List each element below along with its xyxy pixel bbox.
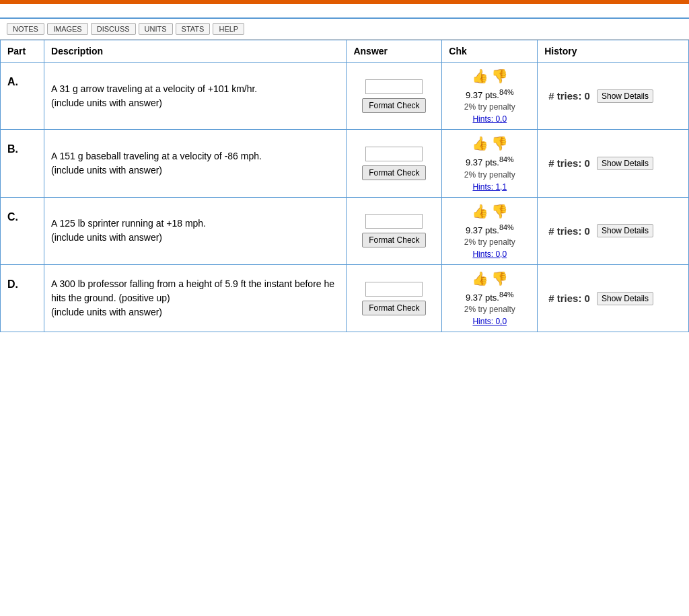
part-cell-0: A. <box>1 63 44 130</box>
show-details-button-2[interactable]: Show Details <box>597 224 653 237</box>
answer-input-2[interactable] <box>365 214 423 229</box>
chk-cell-1: 👍👎9.37 pts.84%2% try penaltyHints: 1,1 <box>442 130 538 197</box>
format-check-button-2[interactable]: Format Check <box>362 233 426 247</box>
part-cell-1: B. <box>1 130 44 197</box>
format-check-button-1[interactable]: Format Check <box>362 165 426 180</box>
table-row: D.A 300 lb professor falling from a heig… <box>1 264 689 332</box>
nav-btn-units[interactable]: UNITS <box>139 23 173 35</box>
history-cell-2: # tries: 0Show Details <box>538 197 689 264</box>
pts-row-0: 9.37 pts.84% <box>449 88 530 100</box>
hints-row-2[interactable]: Hints: 0,0 <box>449 249 530 259</box>
chk-cell-0: 👍👎9.37 pts.84%2% try penaltyHints: 0,0 <box>442 63 538 130</box>
table-row: A.A 31 g arrow traveling at a velocity o… <box>1 63 689 130</box>
tries-count-0: # tries: 0 <box>548 90 590 102</box>
table-row: B.A 151 g baseball traveling at a veloci… <box>1 130 689 197</box>
nav-btn-stats[interactable]: STATS <box>176 23 211 35</box>
thumbs-up-icon[interactable]: 👍 <box>472 68 488 84</box>
show-details-button-0[interactable]: Show Details <box>597 89 653 103</box>
desc-cell-3: A 300 lb professor falling from a height… <box>44 264 347 332</box>
history-cell-1: # tries: 0Show Details <box>538 130 689 197</box>
show-details-button-3[interactable]: Show Details <box>597 292 653 305</box>
col-header-answer: Answer <box>347 40 442 63</box>
hints-row-1[interactable]: Hints: 1,1 <box>449 182 530 192</box>
chk-cell-2: 👍👎9.37 pts.84%2% try penaltyHints: 0,0 <box>442 197 538 264</box>
answer-input-3[interactable] <box>365 282 423 297</box>
thumbs-down-icon[interactable]: 👎 <box>491 68 508 84</box>
col-header-part: Part <box>1 40 44 63</box>
format-check-button-0[interactable]: Format Check <box>362 98 426 113</box>
desc-cell-1: A 151 g baseball traveling at a velocity… <box>44 130 347 197</box>
penalty-row-2: 2% try penalty <box>449 237 530 247</box>
penalty-row-0: 2% try penalty <box>449 102 530 112</box>
col-header-history: History <box>538 40 689 63</box>
hints-row-3[interactable]: Hints: 0,0 <box>449 317 530 326</box>
answer-input-0[interactable] <box>365 79 423 94</box>
main-table: PartDescriptionAnswerChkHistory A.A 31 g… <box>0 40 689 332</box>
table-row: C.A 125 lb sprinter running at +18 mph.(… <box>1 197 689 264</box>
tries-count-1: # tries: 0 <box>548 157 590 169</box>
pts-row-3: 9.37 pts.84% <box>449 291 530 303</box>
thumbs-up-icon[interactable]: 👍 <box>472 270 488 286</box>
thumbs-up-icon[interactable]: 👍 <box>472 135 488 151</box>
show-details-button-1[interactable]: Show Details <box>597 157 653 170</box>
tries-count-2: # tries: 0 <box>548 225 590 237</box>
penalty-row-1: 2% try penalty <box>449 170 530 180</box>
thumbs-down-icon[interactable]: 👎 <box>491 203 508 219</box>
nav-bar: NOTESIMAGESDISCUSSUNITSSTATSHELP <box>0 19 689 40</box>
pts-row-1: 9.37 pts.84% <box>449 155 530 167</box>
answer-cell-2: Format Check <box>347 197 442 264</box>
tries-count-3: # tries: 0 <box>548 293 590 304</box>
answer-cell-0: Format Check <box>347 63 442 130</box>
desc-cell-2: A 125 lb sprinter running at +18 mph.(in… <box>44 197 347 264</box>
col-header-description: Description <box>44 40 347 63</box>
nav-btn-images[interactable]: IMAGES <box>47 23 88 35</box>
penalty-row-3: 2% try penalty <box>449 305 530 314</box>
question-header <box>0 4 689 19</box>
answer-cell-1: Format Check <box>347 130 442 197</box>
answer-input-1[interactable] <box>365 147 423 161</box>
col-header-chk: Chk <box>442 40 538 63</box>
thumbs-up-icon[interactable]: 👍 <box>472 203 488 219</box>
format-check-button-3[interactable]: Format Check <box>362 301 426 315</box>
thumbs-down-icon[interactable]: 👎 <box>491 135 508 151</box>
nav-btn-notes[interactable]: NOTES <box>7 23 44 35</box>
chk-cell-3: 👍👎9.37 pts.84%2% try penaltyHints: 0,0 <box>442 264 538 332</box>
thumbs-down-icon[interactable]: 👎 <box>491 270 508 286</box>
history-cell-0: # tries: 0Show Details <box>538 63 689 130</box>
nav-btn-help[interactable]: HELP <box>213 23 244 35</box>
history-cell-3: # tries: 0Show Details <box>538 264 689 332</box>
part-cell-3: D. <box>1 264 44 332</box>
hints-row-0[interactable]: Hints: 0,0 <box>449 114 530 124</box>
nav-btn-discuss[interactable]: DISCUSS <box>91 23 136 35</box>
desc-cell-0: A 31 g arrow traveling at a velocity of … <box>44 63 347 130</box>
part-cell-2: C. <box>1 197 44 264</box>
answer-cell-3: Format Check <box>347 264 442 332</box>
pts-row-2: 9.37 pts.84% <box>449 223 530 235</box>
